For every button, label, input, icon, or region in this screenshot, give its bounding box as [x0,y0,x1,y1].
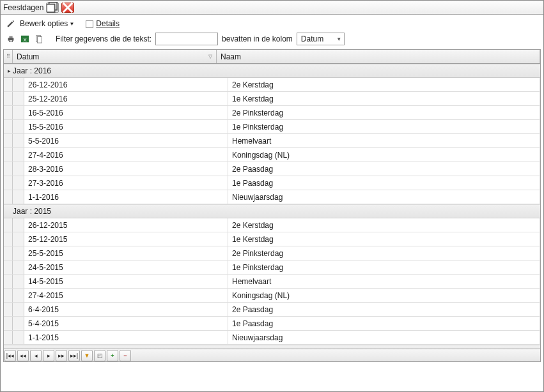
print-icon [6,34,15,43]
checkbox-icon [86,20,93,28]
cell-name: 1e Paasdag [228,176,540,190]
table-row[interactable]: 16-5-20162e Pinksterdag [4,106,540,120]
row-indent [13,120,24,133]
copy-button[interactable] [34,34,44,44]
nav-next-button[interactable]: ▸ [43,350,54,361]
row-selector[interactable] [4,218,13,232]
row-selector[interactable] [4,78,13,91]
chevron-down-icon: ▼ [69,21,74,27]
group-row[interactable]: Jaar : 2014 [4,345,540,349]
table-row[interactable]: 27-3-20161e Paasdag [4,176,540,190]
row-selector[interactable] [4,275,13,288]
table-row[interactable]: 14-5-2015Hemelvaart [4,275,540,289]
cell-name: Nieuwjaarsdag [228,331,540,344]
row-indent [13,317,24,330]
table-row[interactable]: 28-3-20162e Paasdag [4,162,540,176]
row-indent [13,331,24,344]
cell-name: 2e Pinksterdag [228,106,540,119]
row-indent [13,92,24,105]
nav-bookmark-button[interactable]: ◰ [94,350,105,361]
cell-name: Hemelvaart [228,134,540,147]
table-row[interactable]: 25-12-20151e Kerstdag [4,232,540,246]
restore-window-button[interactable] [46,3,59,13]
table-row[interactable]: 1-1-2016Nieuwjaarsdag [4,190,540,204]
row-selector[interactable] [4,232,13,246]
cell-name: Hemelvaart [228,275,540,288]
column-header-date-label: Datum [17,52,39,61]
row-selector[interactable] [4,92,13,105]
row-selector[interactable] [4,176,13,190]
cell-date: 25-5-2015 [24,246,228,260]
clipboard-icon [35,34,43,43]
print-button[interactable] [6,34,16,44]
edit-options-label: Bewerk opties [20,19,68,28]
row-selector[interactable] [4,120,13,133]
data-grid: ⠿ Datum ▽ Naam ▸Jaar : 201626-12-20162e … [3,49,541,349]
group-row[interactable]: Jaar : 2015 [4,204,540,218]
cell-date: 27-4-2016 [24,148,228,162]
group-label: Jaar : 2014 [13,347,51,349]
row-selector-header[interactable]: ⠿ [4,50,13,63]
nav-filter-button[interactable]: ▼ [81,350,93,361]
close-icon [62,2,74,13]
row-selector[interactable] [4,162,13,176]
filter-column-select[interactable]: Datum ▼ [297,33,345,45]
row-indent [13,176,24,190]
row-selector[interactable] [4,134,13,147]
row-selector[interactable] [4,106,13,119]
row-selector[interactable] [4,246,13,260]
cell-date: 25-12-2015 [24,232,228,246]
column-header-date[interactable]: Datum ▽ [13,50,217,63]
table-row[interactable]: 25-12-20161e Kerstdag [4,92,540,106]
cell-date: 27-3-2016 [24,176,228,190]
nav-first-button[interactable]: |◂◂ [4,350,16,361]
table-row[interactable]: 27-4-2015Koningsdag (NL) [4,289,540,303]
row-selector[interactable] [4,289,13,302]
cell-name: 2e Pinksterdag [228,246,540,260]
column-header-name[interactable]: Naam [217,50,540,63]
row-selector[interactable] [4,190,13,204]
nav-add-button[interactable]: + [107,350,118,361]
filter-text-input[interactable] [155,33,218,45]
grid-body[interactable]: ▸Jaar : 201626-12-20162e Kerstdag25-12-2… [4,64,540,349]
table-row[interactable]: 25-5-20152e Pinksterdag [4,246,540,260]
details-toggle[interactable]: Details [86,19,120,28]
row-indent [13,218,24,232]
cell-name: Koningsdag (NL) [228,148,540,162]
cell-name: 1e Pinksterdag [228,260,540,274]
row-indent [13,78,24,91]
table-row[interactable]: 26-12-20162e Kerstdag [4,78,540,92]
nav-last-button[interactable]: ▸▸| [68,350,80,361]
table-row[interactable]: 1-1-2015Nieuwjaarsdag [4,331,540,345]
row-indent [13,190,24,204]
close-window-button[interactable] [61,3,74,13]
cell-date: 5-4-2015 [24,317,228,330]
table-row[interactable]: 26-12-20152e Kerstdag [4,218,540,232]
cell-date: 26-12-2015 [24,218,228,232]
table-row[interactable]: 27-4-2016Koningsdag (NL) [4,148,540,162]
row-selector[interactable] [4,317,13,330]
table-row[interactable]: 24-5-20151e Pinksterdag [4,260,540,275]
nav-delete-button[interactable]: − [120,350,131,361]
titlebar: Feestdagen [1,1,543,15]
table-row[interactable]: 15-5-20161e Pinksterdag [4,120,540,134]
nav-prev-page-button[interactable]: ◂◂ [17,350,29,361]
row-selector[interactable] [4,331,13,344]
table-row[interactable]: 5-5-2016Hemelvaart [4,134,540,148]
svg-rect-1 [47,4,55,12]
edit-options-button[interactable]: Bewerk opties▼ [20,19,74,28]
table-row[interactable]: 5-4-20151e Paasdag [4,317,540,331]
table-row[interactable]: 6-4-20152e Paasdag [4,303,540,317]
row-selector[interactable] [4,148,13,162]
toolbar-edit: Bewerk opties▼ Details [1,15,543,33]
svg-rect-6 [9,40,12,42]
row-indent [13,162,24,176]
row-selector[interactable] [4,260,13,274]
cell-date: 24-5-2015 [24,260,228,274]
export-excel-button[interactable]: X [20,34,30,44]
nav-next-page-button[interactable]: ▸▸ [56,350,67,361]
sort-descending-icon: ▽ [208,54,212,59]
group-row[interactable]: ▸Jaar : 2016 [4,64,540,78]
nav-prev-button[interactable]: ◂ [30,350,42,361]
row-selector[interactable] [4,303,13,316]
